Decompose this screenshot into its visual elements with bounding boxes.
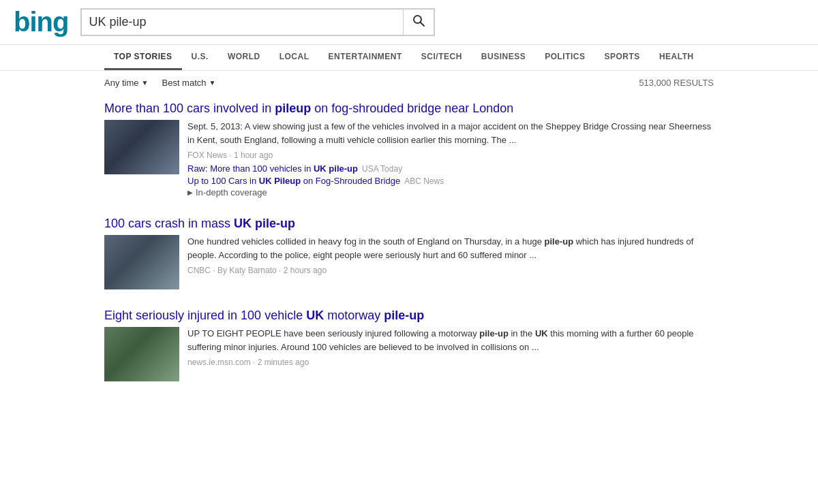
in-depth-label: In-depth coverage bbox=[196, 187, 267, 198]
result-text-3: UP TO EIGHT PEOPLE have been seriously i… bbox=[187, 327, 714, 381]
result-body-1: Sept. 5, 2013: A view showing just a few… bbox=[104, 120, 714, 198]
result-title-3[interactable]: Eight seriously injured in 100 vehicle U… bbox=[104, 309, 714, 323]
result-snippet-2: One hundred vehicles collided in heavy f… bbox=[187, 235, 714, 262]
result-snippet-3: UP TO EIGHT PEOPLE have been seriously i… bbox=[187, 327, 714, 353]
nav-tab-u-s-[interactable]: U.S. bbox=[182, 45, 218, 70]
search-box: UK pile-up bbox=[80, 8, 435, 36]
result-item-1: More than 100 cars involved in pileup on… bbox=[104, 101, 714, 198]
result-links-1: Raw: More than 100 vehicles in UK pile-u… bbox=[187, 163, 714, 186]
bing-logo: bing bbox=[14, 7, 68, 37]
result-title-1[interactable]: More than 100 cars involved in pileup on… bbox=[104, 101, 714, 116]
match-filter-arrow: ▼ bbox=[209, 79, 216, 86]
filter-bar: Any time ▼ Best match ▼ 513,000 RESULTS bbox=[0, 71, 818, 95]
nav-tab-entertainment[interactable]: ENTERTAINMENT bbox=[319, 45, 412, 70]
main-content: More than 100 cars involved in pileup on… bbox=[0, 95, 818, 407]
time-filter-arrow: ▼ bbox=[142, 79, 149, 86]
time-filter-dropdown[interactable]: Any time ▼ bbox=[104, 78, 148, 88]
result-thumbnail-1 bbox=[104, 120, 179, 174]
result-item-3: Eight seriously injured in 100 vehicle U… bbox=[104, 309, 714, 381]
nav-tab-world[interactable]: WORLD bbox=[218, 45, 270, 70]
result-link-row-1-1: Up to 100 Cars in UK Pileup on Fog-Shrou… bbox=[187, 175, 714, 186]
result-body-2: One hundred vehicles collided in heavy f… bbox=[104, 235, 714, 289]
result-snippet-1: Sept. 5, 2013: A view showing just a few… bbox=[187, 120, 714, 146]
result-link-source-1-1: ABC News bbox=[404, 176, 444, 186]
in-depth-arrow: ▶ bbox=[187, 189, 193, 196]
nav-tab-sports[interactable]: SPORTS bbox=[595, 45, 650, 70]
result-body-3: UP TO EIGHT PEOPLE have been seriously i… bbox=[104, 327, 714, 381]
result-source-2: CNBC · By Katy Barnato · 2 hours ago bbox=[187, 266, 714, 275]
nav-tab-business[interactable]: BUSINESS bbox=[472, 45, 535, 70]
nav-tabs: TOP STORIESU.S.WORLDLOCALENTERTAINMENTSC… bbox=[0, 45, 818, 71]
result-source-1: FOX News · 1 hour ago bbox=[187, 151, 714, 160]
match-filter-dropdown[interactable]: Best match ▼ bbox=[162, 78, 215, 88]
search-input[interactable]: UK pile-up bbox=[82, 11, 403, 33]
header: bing UK pile-up bbox=[0, 0, 818, 45]
nav-tab-local[interactable]: LOCAL bbox=[270, 45, 319, 70]
in-depth-coverage-1[interactable]: ▶In-depth coverage bbox=[187, 187, 714, 198]
nav-tab-top-stories[interactable]: TOP STORIES bbox=[104, 45, 182, 70]
nav-tab-politics[interactable]: POLITICS bbox=[535, 45, 594, 70]
results-count: 513,000 RESULTS bbox=[639, 78, 714, 88]
result-item-2: 100 cars crash in mass UK pile-upOne hun… bbox=[104, 217, 714, 289]
result-title-2[interactable]: 100 cars crash in mass UK pile-up bbox=[104, 217, 714, 231]
result-thumbnail-3 bbox=[104, 327, 179, 381]
result-thumbnail-2 bbox=[104, 235, 179, 289]
thumbnail-image-1 bbox=[104, 120, 179, 174]
nav-tab-health[interactable]: HEALTH bbox=[650, 45, 703, 70]
nav-tab-sci-tech[interactable]: SCI/TECH bbox=[412, 45, 472, 70]
thumbnail-image-2 bbox=[104, 235, 179, 289]
search-button[interactable] bbox=[403, 10, 434, 35]
match-filter-label: Best match bbox=[162, 78, 206, 88]
result-link-row-1-0: Raw: More than 100 vehicles in UK pile-u… bbox=[187, 163, 714, 174]
result-text-1: Sept. 5, 2013: A view showing just a few… bbox=[187, 120, 714, 198]
filter-left: Any time ▼ Best match ▼ bbox=[104, 78, 215, 88]
result-link-1-1[interactable]: Up to 100 Cars in UK Pileup on Fog-Shrou… bbox=[187, 176, 400, 186]
result-link-source-1-0: USA Today bbox=[362, 164, 402, 174]
result-link-1-0[interactable]: Raw: More than 100 vehicles in UK pile-u… bbox=[187, 163, 358, 174]
thumbnail-image-3 bbox=[104, 327, 179, 381]
result-text-2: One hundred vehicles collided in heavy f… bbox=[187, 235, 714, 289]
search-icon bbox=[412, 14, 425, 27]
svg-line-1 bbox=[421, 22, 425, 27]
result-source-3: news.ie.msn.com · 2 minutes ago bbox=[187, 358, 714, 367]
time-filter-label: Any time bbox=[104, 78, 139, 88]
